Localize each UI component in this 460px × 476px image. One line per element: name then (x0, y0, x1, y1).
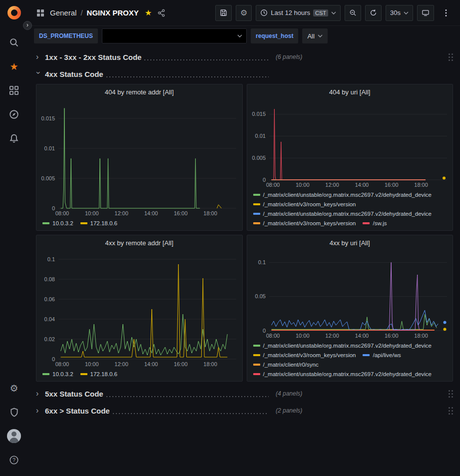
chart-legend: /_matrix/client/unstable/org.matrix.msc2… (247, 190, 453, 230)
legend-item[interactable]: 172.18.0.6 (80, 219, 117, 227)
legend-series-color (42, 222, 49, 224)
chart-canvas[interactable]: 00.0050.010.01508:0010:0012:0014:0016:00… (36, 99, 242, 218)
explore-compass-icon[interactable] (0, 102, 28, 126)
request-host-value-dropdown[interactable]: All (302, 28, 327, 43)
row-collapse-chevron: › (36, 406, 41, 415)
legend-item[interactable]: /sw.js (363, 219, 387, 227)
legend-series-color (253, 373, 260, 375)
row-panel-count: (2 panels) (276, 407, 302, 414)
favorite-star-icon[interactable]: ★ (145, 8, 152, 17)
legend-item[interactable]: 172.18.0.6 (80, 370, 117, 378)
sidebar-bottom: ⚙ ? (0, 376, 28, 472)
dashboards-grid-icon[interactable] (34, 6, 47, 19)
x-axis-label: 10:00 (295, 333, 309, 339)
timeseries-chart[interactable]: 00.020.040.060.080.108:0010:0012:0014:00… (36, 250, 242, 369)
chart-canvas[interactable]: 00.050.108:0010:0012:0014:0016:0018:00 (247, 250, 453, 341)
legend-item[interactable]: /_matrix/client/unstable/org.matrix.msc2… (253, 370, 432, 378)
toolbar-actions: ⚙ Last 12 hours CST 30s (215, 5, 454, 21)
timeseries-chart[interactable]: 00.050.108:0010:0012:0014:0016:0018:00 (247, 250, 453, 341)
row-dotted-fill (106, 396, 269, 397)
panel-title[interactable]: 404 by uri [All] (247, 84, 453, 99)
grafana-logo-icon[interactable] (7, 6, 21, 19)
legend-item[interactable]: /_matrix/client/unstable/org.matrix.msc2… (253, 342, 432, 350)
legend-item[interactable]: /_matrix/client/r0/sync (253, 361, 319, 369)
x-axis-label: 18:00 (414, 182, 428, 188)
legend-series-color (253, 222, 260, 224)
timeseries-chart[interactable]: 00.0050.010.01508:0010:0012:0014:0016:00… (36, 99, 242, 218)
legend-item[interactable]: /_matrix/client/v3/room_keys/version (253, 219, 356, 227)
row-1xx-3xx-2xx[interactable]: › 1xx - 3xx - 2xx Status Code (6 panels) (36, 50, 453, 64)
legend-item[interactable]: /_matrix/client/v3/room_keys/version (253, 200, 356, 208)
row-dotted-fill (106, 76, 269, 77)
legend-item[interactable]: /_matrix/client/v3/room_keys/version (253, 351, 356, 359)
row-panel-count: (6 panels) (276, 53, 302, 60)
panel-404-by-remote-addr: 404 by remote addr [All] 00.0050.010.015… (36, 84, 243, 231)
row-drag-handle[interactable] (449, 390, 453, 398)
request-host-variable-label[interactable]: request_host (251, 28, 298, 43)
sidebar-expand-toggle[interactable]: › (23, 21, 32, 30)
legend-item[interactable]: /_matrix/client/unstable/org.matrix.msc2… (253, 210, 432, 218)
row-6xx[interactable]: › 6xx > Status Code (2 panels) (36, 404, 453, 418)
settings-gear-icon[interactable]: ⚙ (0, 376, 28, 400)
timeseries-chart[interactable]: 00.0050.010.01508:0010:0012:0014:0016:00… (247, 99, 453, 190)
legend-item[interactable]: /_matrix/client/unstable/org.matrix.msc2… (253, 191, 432, 199)
admin-shield-icon[interactable] (0, 400, 28, 424)
legend-series-label: /_matrix/client/v3/room_keys/version (263, 351, 356, 359)
refresh-interval-dropdown[interactable]: 30s (386, 5, 413, 21)
panel-title[interactable]: 4xx by remote addr [All] (36, 235, 242, 250)
dashboard-settings-button[interactable]: ⚙ (236, 5, 252, 21)
user-avatar[interactable] (0, 424, 28, 448)
save-icon (220, 9, 227, 16)
x-axis-label: 10:00 (85, 361, 99, 367)
panel-title[interactable]: 4xx by uri [All] (247, 235, 453, 250)
legend-series-label: /_matrix/client/unstable/org.matrix.msc2… (263, 342, 432, 350)
timezone-badge: CST (313, 9, 328, 16)
x-axis-label: 12:00 (114, 361, 128, 367)
dashboards-icon[interactable] (0, 78, 28, 102)
x-axis-label: 18:00 (414, 333, 428, 339)
y-axis-label: 0.08 (44, 276, 55, 282)
y-axis-label: 0 (52, 356, 55, 362)
legend-series-label: /_matrix/client/v3/room_keys/version (263, 200, 356, 208)
legend-series-color (363, 354, 370, 356)
search-icon[interactable] (0, 30, 28, 54)
row-5xx[interactable]: › 5xx Status Code (4 panels) (36, 387, 453, 401)
help-icon[interactable]: ? (0, 448, 28, 472)
legend-item[interactable]: 10.0.3.2 (42, 219, 73, 227)
legend-item[interactable]: 10.0.3.2 (42, 370, 73, 378)
legend-item[interactable]: /api/live/ws (363, 351, 401, 359)
y-axis-label: 0.01 (44, 145, 55, 151)
time-range-picker[interactable]: Last 12 hours CST (256, 5, 341, 21)
row-drag-handle[interactable] (449, 53, 453, 61)
legend-series-label: /_matrix/client/unstable/org.matrix.msc2… (263, 191, 432, 199)
refresh-icon (370, 9, 377, 16)
breadcrumb-section[interactable]: General (50, 8, 76, 17)
x-axis-label: 12:00 (325, 333, 339, 339)
legend-series-label: 172.18.0.6 (90, 219, 117, 227)
panel-4xx-by-uri: 4xx by uri [All] 00.050.108:0010:0012:00… (247, 235, 454, 382)
x-axis-label: 18:00 (203, 210, 217, 216)
tv-mode-button[interactable] (417, 5, 434, 21)
share-icon[interactable] (155, 6, 168, 19)
ds-prometheus-variable-label[interactable]: DS_PROMETHEUS (34, 28, 98, 43)
alerting-bell-icon[interactable] (0, 126, 28, 150)
panel-404-by-uri: 404 by uri [All] 00.0050.010.01508:0010:… (247, 84, 454, 231)
starred-dashboards-icon[interactable]: ★ (0, 54, 28, 78)
legend-series-label: /sw.js (373, 219, 387, 227)
panel-title[interactable]: 404 by remote addr [All] (36, 84, 242, 99)
zoom-out-button[interactable] (345, 5, 361, 21)
row-title: 1xx - 3xx - 2xx Status Code (45, 53, 141, 61)
chart-canvas[interactable]: 00.0050.010.01508:0010:0012:0014:0016:00… (247, 99, 453, 190)
refresh-interval-label: 30s (390, 9, 401, 16)
ds-prometheus-value-dropdown[interactable] (102, 28, 247, 43)
row-drag-handle[interactable] (449, 407, 453, 415)
save-dashboard-button[interactable] (215, 5, 232, 21)
legend-series-label: /api/live/ws (373, 351, 401, 359)
series-line (271, 314, 437, 329)
row-4xx[interactable]: › 4xx Status Code (36, 67, 453, 81)
chart-canvas[interactable]: 00.020.040.060.080.108:0010:0012:0014:00… (36, 250, 242, 369)
refresh-button[interactable] (365, 5, 382, 21)
x-axis-label: 14:00 (144, 361, 158, 367)
toolbar-kebab-menu[interactable] (438, 5, 454, 21)
series-point-marker (443, 177, 446, 180)
